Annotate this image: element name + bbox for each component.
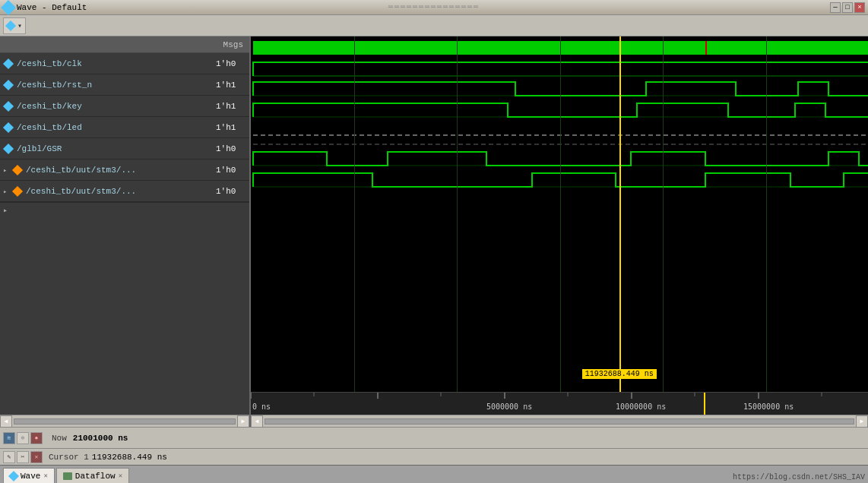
close-button[interactable]: × (854, 2, 865, 13)
timeline-svg: 0 ns 5000000 ns 10000000 ns 15000000 ns … (251, 393, 868, 415)
msgs-label: Msgs (223, 40, 243, 49)
signal-icon-gsr (3, 143, 14, 153)
status-icon-1[interactable]: ≋ (3, 432, 15, 444)
expand-icon-stm1: ▸ (3, 166, 11, 174)
wave-icon-small (5, 20, 16, 30)
signal-row-led[interactable]: /ceshi_tb/led 1'h1 (0, 117, 249, 138)
cursor-bar: ✎ ✂ ✕ Cursor 1 11932688.449 ns (0, 448, 868, 465)
svg-text:10000000 ns: 10000000 ns (616, 402, 666, 411)
signal-value-led: 1'h1 (216, 123, 246, 132)
status-icons: ≋ ⊕ ● (3, 432, 43, 444)
svg-text:5000000 ns: 5000000 ns (486, 402, 532, 411)
svg-text:15000000 ns: 15000000 ns (743, 402, 794, 411)
tab-wave-close[interactable]: ✕ (43, 472, 47, 480)
signal-row-gsr[interactable]: /glbl/GSR 1'h0 (0, 138, 249, 159)
signal-name-stm2: /ceshi_tb/uut/stm3/... (26, 187, 216, 196)
cursor-icon-2[interactable]: ✂ (17, 451, 29, 463)
signal-icon-key (3, 100, 14, 111)
cursor-tooltip: 11932688.449 ns (582, 369, 657, 379)
drag-lines: ═══════════════ (388, 3, 480, 11)
waveform-scroll-track[interactable] (265, 418, 854, 425)
wave-tab-icon (8, 470, 19, 481)
waveform-panel[interactable]: 11932688.449 ns (251, 36, 868, 427)
signal-value-stm1: 1'h0 (216, 166, 246, 175)
timeline-ruler: 0 ns 5000000 ns 10000000 ns 15000000 ns … (251, 392, 868, 415)
signal-row-stm2[interactable]: ▸ /ceshi_tb/uut/stm3/... 1'h0 (0, 181, 249, 202)
signal-value-rst: 1'h1 (216, 80, 246, 90)
waveform-canvas[interactable]: 11932688.449 ns (251, 36, 868, 392)
cursor-icon-1[interactable]: ✎ (3, 451, 15, 463)
scroll-track-signal[interactable] (14, 418, 236, 425)
status-icon-3[interactable]: ● (30, 432, 43, 444)
expand-bottom-icon: ▸ (3, 206, 8, 215)
minimize-button[interactable]: ─ (830, 2, 841, 13)
signal-value-stm2: 1'h0 (216, 187, 246, 196)
tab-wave-label: Wave (21, 472, 40, 481)
dropdown-arrow: ▾ (17, 21, 22, 30)
signal-panel: Msgs /ceshi_tb/clk 1'h0 /ceshi_tb/rst_n … (0, 36, 251, 427)
signal-name-clk: /ceshi_tb/clk (17, 59, 216, 68)
grid-line-2 (457, 36, 458, 392)
signal-expand-row: ▸ (0, 202, 249, 217)
main-container: ▾ Msgs /ceshi_tb/clk 1'h0 /ceshi_tb/rst_… (0, 15, 868, 483)
title-bar: Wave - Default ═══════════════ ─ □ × (0, 0, 868, 15)
title-icon (1, 0, 16, 14)
waveform-scroll-right[interactable]: ▶ (856, 415, 868, 428)
signal-value-key: 1'h1 (216, 102, 246, 111)
cursor-label: Cursor 1 (49, 453, 89, 462)
signal-empty-area (0, 217, 249, 415)
signal-row-rst[interactable]: /ceshi_tb/rst_n 1'h1 (0, 74, 249, 96)
status-icon-2[interactable]: ⊕ (17, 432, 29, 444)
now-value: 21001000 ns (73, 434, 128, 443)
svg-rect-0 (705, 41, 707, 55)
grid-line-4 (663, 36, 664, 392)
signal-value-gsr: 1'h0 (216, 144, 246, 153)
grid-line-1 (354, 36, 355, 392)
signal-name-led: /ceshi_tb/led (17, 123, 216, 132)
scroll-right-btn[interactable]: ▶ (237, 415, 249, 428)
maximize-button[interactable]: □ (842, 2, 853, 13)
wave-area: Msgs /ceshi_tb/clk 1'h0 /ceshi_tb/rst_n … (0, 36, 868, 427)
toolbar: ▾ (0, 15, 868, 36)
grid-line-3 (560, 36, 561, 392)
title-buttons: ─ □ × (830, 2, 865, 13)
tab-dataflow[interactable]: Dataflow ✕ (56, 468, 129, 483)
signal-value-clk: 1'h0 (216, 59, 246, 68)
signal-name-gsr: /glbl/GSR (17, 144, 216, 153)
cursor-icon-delete[interactable]: ✕ (30, 451, 43, 463)
signal-icon-stm2 (12, 185, 23, 196)
signal-header: Msgs (0, 36, 249, 53)
tab-dataflow-close[interactable]: ✕ (119, 472, 122, 480)
signal-icon-rst (3, 79, 14, 90)
toolbar-dropdown[interactable]: ▾ (3, 17, 26, 34)
scroll-left-btn[interactable]: ◀ (0, 415, 12, 428)
signal-icon-clk (3, 58, 14, 68)
tab-dataflow-label: Dataflow (75, 472, 116, 481)
tab-wave[interactable]: Wave ✕ (3, 468, 55, 483)
dataflow-tab-icon (63, 472, 72, 480)
signal-icon-led (3, 122, 14, 132)
now-label: Now (52, 434, 67, 443)
signal-row-stm1[interactable]: ▸ /ceshi_tb/uut/stm3/... 1'h0 (0, 159, 249, 181)
expand-icon-stm2: ▸ (3, 188, 11, 195)
grid-line-5 (766, 36, 767, 392)
cursor-value: 11932688.449 ns (92, 453, 167, 462)
waveform-scrollbar: ◀ ▶ (251, 415, 868, 427)
svg-text:0 ns: 0 ns (252, 402, 271, 411)
status-bar: ≋ ⊕ ● Now 21001000 ns (0, 427, 868, 448)
signal-row-clk[interactable]: /ceshi_tb/clk 1'h0 (0, 53, 249, 74)
signal-name-key: /ceshi_tb/key (17, 102, 216, 111)
signal-name-stm1: /ceshi_tb/uut/stm3/... (26, 166, 216, 175)
cursor-edit-icons: ✎ ✂ ✕ (3, 451, 43, 463)
title-drag-area: ═══════════════ (388, 3, 480, 11)
signal-scrollbar: ◀ ▶ (0, 415, 249, 427)
tab-bar: Wave ✕ Dataflow ✕ https://blog.csdn.net/… (0, 465, 868, 483)
signal-icon-stm1 (12, 164, 23, 175)
signal-row-key[interactable]: /ceshi_tb/key 1'h1 (0, 96, 249, 117)
signal-name-rst: /ceshi_tb/rst_n (17, 80, 216, 90)
url-display: https://blog.csdn.net/SHS_IAV (733, 473, 865, 481)
waveform-scroll-left[interactable]: ◀ (251, 415, 263, 428)
